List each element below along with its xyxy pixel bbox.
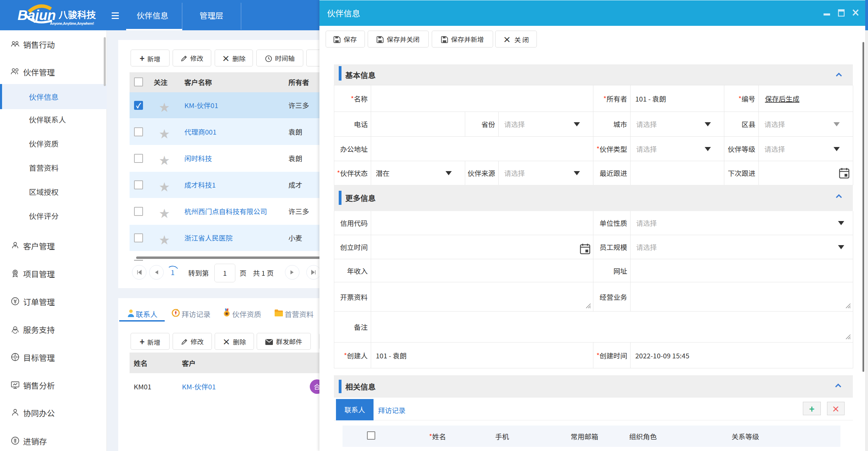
svg-text:Bajun: Bajun: [18, 8, 56, 23]
svg-text:Anyone,Anytime,Anywhere!: Anyone,Anytime,Anywhere!: [50, 22, 94, 25]
svg-text:八骏科技: 八骏科技: [59, 8, 96, 21]
